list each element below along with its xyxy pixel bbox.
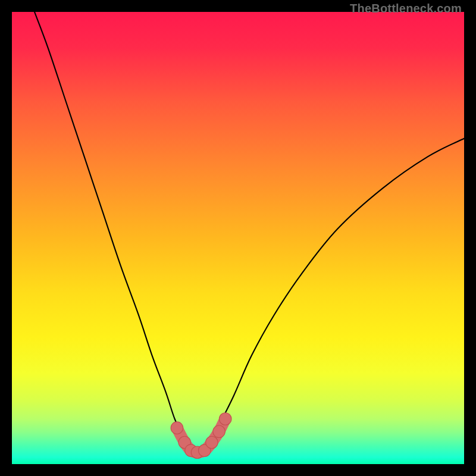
plot-area (12, 12, 464, 464)
bottleneck-curve (35, 12, 464, 452)
curve-layer (12, 12, 464, 464)
trough-marker (171, 422, 183, 434)
chart-container: TheBottleneck.com (0, 0, 476, 476)
watermark-text: TheBottleneck.com (350, 2, 462, 15)
trough-marker (219, 413, 231, 425)
trough-marker (206, 436, 218, 449)
trough-marker (213, 425, 226, 438)
